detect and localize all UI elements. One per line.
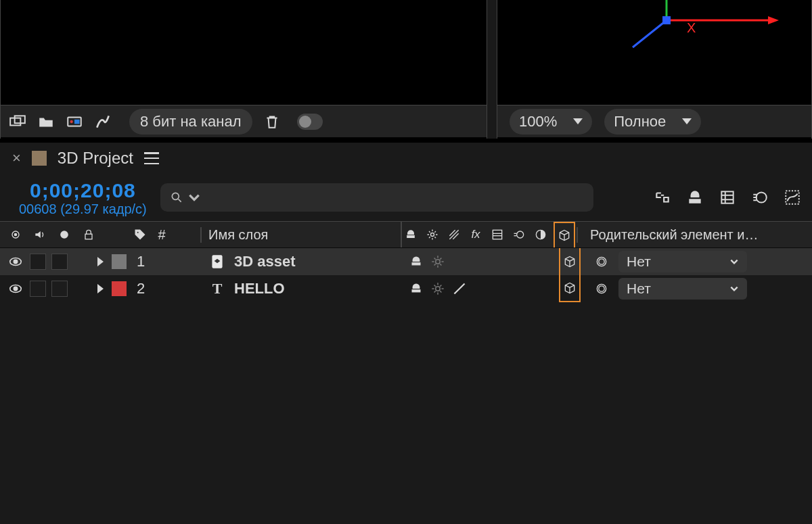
layer-color-swatch[interactable] [112, 254, 127, 269]
svg-point-20 [60, 231, 68, 239]
collapse-toggle[interactable] [429, 280, 447, 297]
frame-blend-switch-icon[interactable] [489, 226, 506, 243]
layer-search-input[interactable] [160, 183, 593, 212]
fx-toggle[interactable] [472, 280, 490, 297]
layer-row[interactable]: 1 3D asset [0, 248, 812, 275]
shy-switch-icon[interactable] [402, 226, 420, 243]
audio-toggle[interactable] [30, 254, 46, 270]
quality-toggle[interactable] [451, 253, 468, 270]
zoom-dropdown[interactable]: 100% [510, 109, 592, 135]
trash-icon[interactable] [262, 112, 282, 132]
visibility-toggle[interactable] [7, 280, 24, 297]
timecode-display[interactable]: 0;00;20;08 00608 (29.97 кадр/с) [19, 179, 147, 216]
fx-switch-icon[interactable]: fx [467, 226, 484, 243]
twirl-icon[interactable] [97, 284, 104, 293]
draft-3d-icon[interactable] [685, 187, 705, 208]
shy-toggle[interactable] [407, 280, 425, 297]
text-layer-icon: T [208, 280, 226, 297]
adjustment-switch-icon[interactable] [532, 226, 549, 243]
collapse-toggle[interactable] [429, 253, 447, 270]
index-column-label[interactable]: # [156, 227, 168, 243]
lock-column-icon[interactable] [80, 226, 97, 243]
3d-layer-toggle[interactable] [559, 275, 581, 302]
adjustment-toggle[interactable] [537, 253, 555, 270]
collapse-switch-icon[interactable] [424, 226, 441, 243]
new-comp-icon[interactable] [64, 112, 85, 132]
audio-toggle[interactable] [30, 281, 46, 297]
svg-rect-9 [662, 16, 671, 24]
timeline-column-header: # Имя слоя fx Родительский элемент и… [0, 221, 812, 248]
frame-blend-toggle[interactable] [494, 253, 512, 270]
layer-row[interactable]: 2 T HELLO Нет [0, 275, 812, 302]
timeline-view-icons [652, 187, 803, 208]
bit-depth-pill[interactable]: 8 бит на канал [129, 109, 252, 135]
new-folder-icon[interactable] [36, 112, 56, 132]
shy-toggle[interactable] [407, 253, 425, 270]
motion-blur-toggle[interactable] [516, 253, 533, 270]
search-icon [170, 191, 183, 204]
interpret-footage-icon[interactable] [7, 112, 28, 132]
composition-viewport[interactable]: X [497, 0, 811, 105]
chevron-down-icon [729, 257, 739, 266]
switches-column-header: fx [401, 222, 577, 247]
audio-column-icon[interactable] [31, 226, 49, 243]
3d-layer-toggle[interactable] [559, 248, 581, 275]
svg-marker-7 [768, 16, 779, 24]
comp-flowchart-icon[interactable] [652, 187, 673, 208]
svg-point-3 [70, 120, 73, 122]
parent-value: Нет [627, 281, 651, 297]
resolution-dropdown[interactable]: Полное [604, 109, 701, 135]
quality-switch-icon[interactable] [445, 226, 463, 243]
svg-rect-35 [412, 262, 421, 265]
video-column-icon[interactable] [7, 226, 24, 243]
svg-point-33 [14, 260, 18, 264]
timeline-panel: × 3D Project 0;00;20;08 00608 (29.97 кад… [0, 139, 812, 524]
chevron-down-icon [729, 284, 739, 293]
pickwhip-icon[interactable] [593, 253, 610, 270]
twirl-icon[interactable] [97, 257, 104, 266]
project-panel: 8 бит на канал [0, 0, 487, 139]
solo-toggle[interactable] [51, 281, 68, 297]
adjustment-toggle[interactable] [537, 280, 555, 297]
panel-menu-icon[interactable] [144, 152, 159, 164]
layer-color-swatch[interactable] [112, 281, 127, 296]
color-management-toggle[interactable] [297, 114, 323, 130]
timeline-header: 0;00;20;08 00608 (29.97 кадр/с) [0, 174, 812, 221]
chevron-down-icon [682, 118, 692, 124]
svg-line-42 [454, 283, 464, 293]
frame-blend-toggle[interactable] [494, 280, 512, 297]
solo-column-icon[interactable] [55, 226, 73, 243]
pickwhip-icon[interactable] [593, 280, 610, 297]
parent-dropdown[interactable]: Нет [618, 278, 747, 300]
project-settings-icon[interactable] [93, 112, 113, 132]
tab-close-icon[interactable]: × [12, 149, 21, 167]
svg-rect-40 [412, 289, 421, 292]
chevron-down-icon [573, 118, 583, 124]
axis-gizmo[interactable] [579, 0, 809, 81]
motion-blur-icon[interactable] [750, 187, 770, 208]
svg-point-16 [757, 192, 767, 202]
svg-rect-1 [15, 116, 25, 123]
parent-column-label[interactable]: Родительский элемент и… [577, 227, 812, 243]
fx-toggle[interactable] [472, 253, 490, 270]
3d-switch-header[interactable] [554, 222, 575, 247]
solo-toggle[interactable] [51, 254, 68, 270]
visibility-toggle[interactable] [7, 253, 24, 270]
bit-depth-label: 8 бит на канал [140, 113, 242, 130]
graph-editor-icon[interactable] [782, 187, 803, 208]
parent-dropdown[interactable]: Нет [618, 251, 747, 272]
label-column-icon[interactable] [131, 226, 149, 243]
frame-blend-icon[interactable] [717, 187, 738, 208]
layer-rows: 1 3D asset [0, 248, 812, 302]
project-viewport[interactable] [1, 0, 487, 105]
tab-color-swatch[interactable] [32, 151, 47, 166]
svg-point-41 [436, 287, 441, 291]
motion-blur-switch-icon[interactable] [510, 226, 528, 243]
name-column-label[interactable]: Имя слоя [200, 227, 401, 243]
resolution-value: Полное [614, 113, 666, 130]
quality-toggle[interactable] [451, 280, 468, 297]
layer-name: HELLO [234, 280, 285, 297]
svg-rect-21 [85, 234, 92, 239]
motion-blur-toggle[interactable] [516, 280, 533, 297]
tab-title[interactable]: 3D Project [58, 149, 133, 168]
